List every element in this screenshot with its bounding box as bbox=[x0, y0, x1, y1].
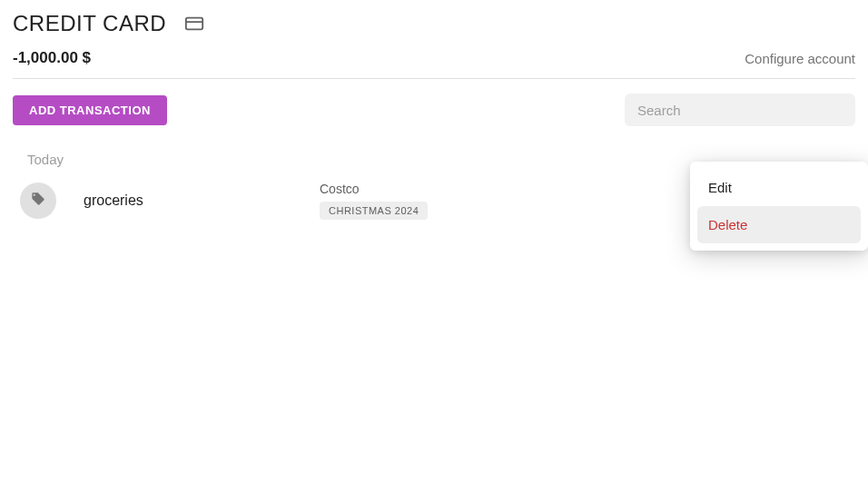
transaction-tag-chip: CHRISTMAS 2024 bbox=[320, 202, 428, 220]
category-avatar bbox=[20, 182, 56, 219]
add-transaction-button[interactable]: ADD TRANSACTION bbox=[13, 95, 167, 125]
menu-item-delete[interactable]: Delete bbox=[697, 206, 861, 243]
transaction-merchant: Costco bbox=[320, 182, 428, 196]
menu-item-edit[interactable]: Edit bbox=[697, 169, 861, 206]
tag-icon bbox=[31, 192, 45, 210]
context-menu: Edit Delete bbox=[690, 162, 868, 251]
configure-account-link[interactable]: Configure account bbox=[745, 51, 855, 66]
account-title: CREDIT CARD bbox=[13, 11, 166, 36]
transaction-details: Costco CHRISTMAS 2024 bbox=[320, 182, 428, 220]
credit-card-icon bbox=[184, 14, 204, 34]
svg-rect-0 bbox=[186, 18, 202, 30]
transaction-category: groceries bbox=[84, 192, 320, 209]
balance-row: -1,000.00 $ Configure account bbox=[13, 49, 855, 79]
account-header: CREDIT CARD bbox=[13, 11, 855, 36]
account-balance: -1,000.00 $ bbox=[13, 49, 91, 67]
actions-row: ADD TRANSACTION bbox=[13, 94, 855, 126]
search-input[interactable] bbox=[625, 94, 855, 126]
